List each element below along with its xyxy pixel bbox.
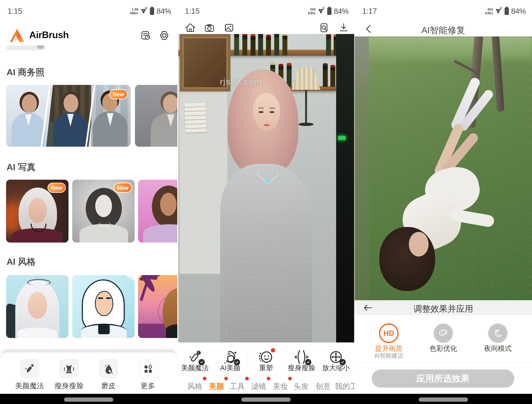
tool-beauty-magic[interactable]: [187, 349, 203, 365]
option-label: 夜间模式: [473, 344, 522, 353]
page-title: AI智能修复: [355, 24, 532, 36]
signal-icon: 6: [140, 6, 148, 16]
card-art: [6, 85, 51, 147]
apply-button[interactable]: 应用所选效果: [372, 370, 514, 388]
card-art: [6, 204, 20, 232]
tool-smooth-skin[interactable]: [99, 359, 118, 378]
card-portrait-fantasy[interactable]: New: [6, 180, 69, 243]
network-speed: 352KB/s: [485, 7, 493, 15]
photo-lamp-pole: [305, 90, 307, 123]
photo-rack: [336, 34, 354, 342]
sheet-title: 调整效果并应用: [355, 303, 532, 315]
card-art: [28, 292, 47, 319]
option-palette-icon[interactable]: [433, 323, 453, 343]
tool-label: 瘦身瘦脸: [49, 381, 89, 391]
card-style-realistic[interactable]: [6, 275, 69, 338]
camera-icon[interactable]: [204, 22, 215, 33]
history-icon[interactable]: [140, 30, 151, 41]
home-indicator[interactable]: [64, 398, 113, 402]
editor-photo-canvas[interactable]: rjshe.com: [178, 34, 354, 342]
tab-creative[interactable]: 创意: [310, 381, 336, 391]
red-dot-badge: [271, 348, 275, 353]
battery-icon: [149, 6, 155, 16]
card-portrait-retro[interactable]: New: [72, 180, 135, 243]
water-drop-icon: [103, 363, 114, 374]
download-icon[interactable]: [338, 22, 349, 33]
tool-zoom[interactable]: [328, 349, 344, 365]
status-cluster: 205KB/s 6 84%: [308, 6, 348, 16]
new-badge: New: [114, 183, 131, 192]
signal-icon: 6: [495, 6, 502, 16]
tool-label: 放大缩小: [318, 363, 354, 372]
more-grid-icon: [142, 363, 154, 375]
card-art: [98, 324, 110, 334]
option-hd-icon[interactable]: HD: [379, 323, 399, 343]
card-style-comic[interactable]: [72, 275, 135, 338]
photo-led: [338, 136, 346, 140]
tool-label: 美颜魔法: [10, 381, 49, 391]
card-art: [163, 94, 177, 113]
card-business-single[interactable]: [135, 85, 177, 147]
tab-my-tools[interactable]: 我的工: [333, 381, 355, 391]
status-time: 1:15: [185, 6, 200, 15]
status-time: 1:17: [362, 6, 377, 15]
section-title-portrait: AI 写真: [6, 161, 36, 173]
card-art: [98, 297, 103, 299]
photo-lamp-shade: [292, 68, 320, 90]
tool-slim[interactable]: [294, 349, 309, 365]
sheet-divider: [355, 363, 532, 363]
tool-label: 重塑: [248, 363, 284, 372]
card-business-trio[interactable]: New: [6, 85, 131, 147]
battery-icon: [504, 6, 509, 16]
home-indicator[interactable]: [241, 398, 291, 402]
new-badge: New: [48, 183, 65, 192]
red-dot-badge: [245, 377, 249, 380]
screen-editor: 1:15 205KB/s 6 84%: [177, 0, 355, 404]
repair-photo-canvas[interactable]: [355, 37, 532, 300]
photo-lamp-base: [298, 123, 314, 126]
tool-body-slim[interactable]: [59, 359, 79, 378]
status-cluster: 1.86MB/s 6 84%: [130, 6, 171, 16]
settings-icon[interactable]: [159, 30, 170, 41]
card-style-sunset[interactable]: [138, 275, 177, 338]
photo-edge-band: [355, 37, 369, 300]
tool-more[interactable]: [138, 359, 158, 379]
card-art: [95, 291, 113, 316]
section-title-style: AI 风格: [6, 256, 36, 268]
tool-ai-beauty[interactable]: AI: [222, 349, 238, 365]
section-title-business: AI 商务照: [6, 66, 44, 78]
option-moon-icon[interactable]: [488, 323, 508, 343]
card-art: [160, 193, 177, 216]
battery-icon: [327, 6, 332, 16]
tool-beauty-magic[interactable]: [20, 359, 39, 378]
network-speed: 205KB/s: [308, 7, 316, 15]
red-dot-badge: [224, 377, 228, 380]
option-sublabel: AI智能建议: [364, 352, 413, 360]
tool-label: 瘦身瘦脸: [283, 363, 320, 372]
card-art: [27, 279, 51, 286]
screen-home: 1:15 1.86MB/s 6 84% AirBrush: [0, 0, 177, 404]
card-art: [106, 297, 111, 299]
card-portrait-pink[interactable]: [138, 180, 177, 243]
airbrush-logo: [9, 28, 26, 43]
red-dot-badge: [203, 377, 206, 380]
status-cluster: 352KB/s 6 84%: [485, 6, 526, 16]
svg-text:AI: AI: [227, 352, 231, 356]
gallery-icon[interactable]: [224, 22, 234, 33]
network-speed: 1.86MB/s: [130, 7, 139, 15]
battery-percent: 84%: [334, 7, 348, 16]
photo-person-dress: [220, 164, 312, 342]
tool-reshape[interactable]: [258, 349, 274, 365]
card-art: [143, 224, 177, 243]
card-art: [28, 198, 47, 223]
tool-label: AI美颜: [212, 363, 248, 372]
photo-pendant: [266, 179, 269, 183]
body-slim-icon: [63, 363, 75, 374]
tool-label: 磨皮: [89, 381, 128, 391]
home-icon[interactable]: [185, 22, 196, 33]
red-dot-badge: [267, 377, 270, 380]
home-indicator[interactable]: [419, 398, 468, 402]
magic-wand-icon: [24, 363, 35, 374]
preview-zoom-icon[interactable]: [318, 22, 329, 33]
red-dot-badge: [288, 377, 292, 380]
